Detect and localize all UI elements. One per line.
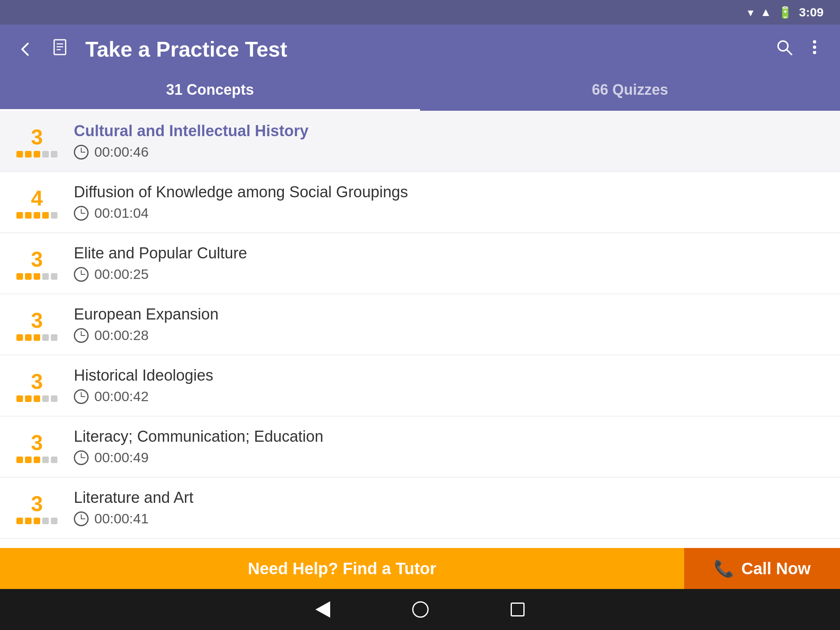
time-text: 00:00:49 <box>94 450 148 466</box>
score-badge: 3 <box>16 125 57 158</box>
nav-bar: Take a Practice Test <box>0 25 840 74</box>
score-dot <box>16 395 23 402</box>
score-dot <box>25 334 32 341</box>
list-item[interactable]: 2Politics and Society00:00:47 <box>0 539 840 548</box>
item-time: 00:00:42 <box>74 388 824 404</box>
list-item[interactable]: 3Historical Ideologies00:00:42 <box>0 355 840 416</box>
score-dot <box>34 212 40 219</box>
list-item[interactable]: 4Diffusion of Knowledge among Social Gro… <box>0 172 840 233</box>
score-dots <box>16 212 57 219</box>
back-button[interactable] <box>16 40 34 58</box>
score-badge: 3 <box>16 430 57 463</box>
score-dot <box>51 457 57 463</box>
score-badge: 3 <box>16 369 57 402</box>
item-info: European Expansion00:00:28 <box>74 306 824 343</box>
score-dot <box>16 334 23 341</box>
score-dot <box>34 151 40 158</box>
score-dot <box>34 334 40 341</box>
score-badge: 3 <box>16 491 57 524</box>
tab-concepts[interactable]: 31 Concepts <box>0 74 420 111</box>
search-button[interactable] <box>775 38 793 60</box>
document-icon <box>51 38 69 60</box>
score-dot <box>16 518 23 524</box>
item-time: 00:00:46 <box>74 144 824 160</box>
score-dot <box>51 518 57 524</box>
list-item[interactable]: 3Elite and Popular Culture00:00:25 <box>0 233 840 294</box>
list-item[interactable]: 3European Expansion00:00:28 <box>0 294 840 355</box>
tab-quizzes[interactable]: 66 Quizzes <box>420 74 840 111</box>
time-text: 00:00:42 <box>94 388 148 404</box>
tabs-bar: 31 Concepts 66 Quizzes <box>0 74 840 111</box>
score-dot <box>34 457 40 463</box>
score-dot <box>16 212 23 219</box>
svg-point-8 <box>813 51 816 54</box>
android-back-button[interactable] <box>315 601 330 618</box>
item-info: Cultural and Intellectual History00:00:4… <box>74 122 824 160</box>
time-text: 00:00:25 <box>94 266 148 282</box>
status-icons: ▾ ▲ 🔋 3:09 <box>748 5 824 19</box>
score-dots <box>16 395 57 402</box>
svg-line-5 <box>787 50 792 55</box>
list-item[interactable]: 3Cultural and Intellectual History00:00:… <box>0 111 840 172</box>
wifi-icon: ▾ <box>748 6 753 19</box>
score-number: 3 <box>31 247 43 272</box>
clock-icon <box>74 206 89 221</box>
score-dots <box>16 273 57 280</box>
bottom-bar: Need Help? Find a Tutor 📞 Call Now <box>0 548 840 589</box>
score-dot <box>34 273 40 280</box>
score-number: 3 <box>31 369 43 394</box>
svg-point-6 <box>813 40 816 43</box>
score-dot <box>42 457 49 463</box>
item-time: 00:00:49 <box>74 450 824 466</box>
score-dot <box>42 212 49 219</box>
score-dot <box>51 212 57 219</box>
battery-icon: 🔋 <box>778 6 792 19</box>
clock-icon <box>74 145 89 160</box>
score-number: 3 <box>31 430 43 455</box>
page-title: Take a Practice Test <box>85 37 763 62</box>
list-item[interactable]: 3Literacy; Communication; Education00:00… <box>0 416 840 477</box>
more-options-button[interactable] <box>806 38 824 60</box>
score-dot <box>25 457 32 463</box>
item-info: Diffusion of Knowledge among Social Grou… <box>74 183 824 221</box>
score-dot <box>42 273 49 280</box>
status-bar: ▾ ▲ 🔋 3:09 <box>0 0 840 25</box>
item-time: 00:00:28 <box>74 327 824 343</box>
android-nav-bar <box>0 589 840 630</box>
item-title: European Expansion <box>74 306 824 323</box>
time-text: 00:00:41 <box>94 511 148 527</box>
score-dot <box>42 395 49 402</box>
score-dot <box>51 395 57 402</box>
score-dot <box>34 395 40 402</box>
android-home-button[interactable] <box>412 601 429 618</box>
help-text: Need Help? Find a Tutor <box>0 559 684 578</box>
item-time: 00:00:41 <box>74 511 824 527</box>
item-time: 00:00:25 <box>74 266 824 282</box>
time-text: 00:01:04 <box>94 205 148 221</box>
score-badge: 3 <box>16 247 57 280</box>
score-dot <box>42 151 49 158</box>
list-item[interactable]: 3Literature and Art00:00:41 <box>0 477 840 539</box>
score-dot <box>16 457 23 463</box>
nav-actions <box>775 38 824 60</box>
content-list: 3Cultural and Intellectual History00:00:… <box>0 111 840 548</box>
item-title: Literacy; Communication; Education <box>74 428 824 445</box>
call-now-button[interactable]: 📞 Call Now <box>684 548 840 589</box>
score-dots <box>16 151 57 158</box>
time-text: 00:00:46 <box>94 144 148 160</box>
score-number: 4 <box>31 186 43 210</box>
score-dot <box>51 151 57 158</box>
score-dot <box>16 273 23 280</box>
score-dot <box>25 212 32 219</box>
item-title: Elite and Popular Culture <box>74 244 824 262</box>
score-dot <box>51 273 57 280</box>
android-recent-button[interactable] <box>511 603 525 616</box>
score-dots <box>16 518 57 524</box>
status-time: 3:09 <box>799 5 824 19</box>
item-info: Elite and Popular Culture00:00:25 <box>74 244 824 282</box>
clock-icon <box>74 267 89 282</box>
signal-icon: ▲ <box>760 6 772 19</box>
clock-icon <box>74 511 89 526</box>
item-title: Diffusion of Knowledge among Social Grou… <box>74 183 824 201</box>
score-dot <box>25 395 32 402</box>
